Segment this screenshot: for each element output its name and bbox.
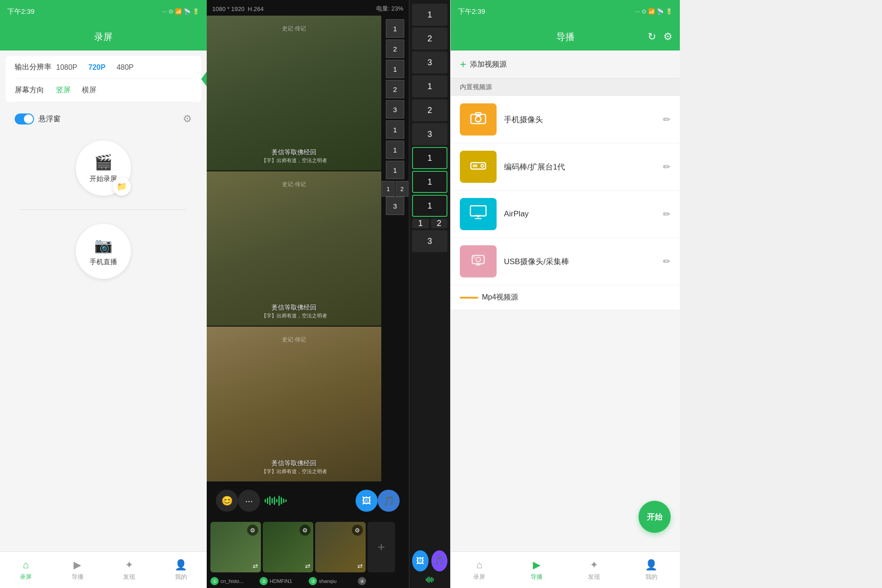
nav-luping[interactable]: ⌂ 录屏 bbox=[0, 559, 52, 581]
nav-play-icon-1: ▶ bbox=[74, 559, 81, 571]
float-toggle[interactable]: 悬浮窗 bbox=[15, 113, 61, 124]
nav-mine-4[interactable]: 👤 我的 bbox=[622, 559, 680, 581]
nav-discover-icon-4: ✦ bbox=[590, 559, 598, 571]
face-btn[interactable]: 😊 bbox=[216, 490, 238, 512]
settings-icon[interactable] bbox=[663, 31, 673, 43]
matrix-3[interactable]: 3 bbox=[412, 51, 447, 74]
matrix-8-active[interactable]: 1 bbox=[412, 171, 447, 193]
bottom-nav-1: ⌂ 录屏 ▶ 导播 ✦ 发现 👤 我的 bbox=[0, 551, 207, 588]
nav-daobo-1[interactable]: ▶ 导播 bbox=[52, 559, 104, 581]
svg-rect-6 bbox=[470, 206, 486, 216]
ellipsis-icon-4: ··· bbox=[635, 8, 640, 15]
orientation-options[interactable]: 竖屏 横屏 bbox=[56, 85, 96, 95]
editor-topbar: 1080 * 1920 H.264 电量: 23% bbox=[207, 0, 409, 16]
toolbar-num-pair: 1 2 bbox=[382, 181, 408, 197]
toolbar-num-5[interactable]: 3 bbox=[386, 100, 404, 119]
nav-daobo-4[interactable]: ▶ 导播 bbox=[508, 559, 565, 581]
toolbar-num-9[interactable]: 3 bbox=[386, 197, 404, 215]
thumb-gear-3[interactable]: ⚙ bbox=[352, 525, 363, 536]
toolbar-num-2[interactable]: 2 bbox=[386, 40, 404, 58]
thumb-1[interactable]: ⚙ ⇄ bbox=[210, 522, 261, 572]
orientation-row: 屏幕方向 竖屏 横屏 bbox=[15, 79, 192, 102]
matrix-1[interactable]: 1 bbox=[412, 4, 447, 26]
matrix-pair-1[interactable]: 1 bbox=[412, 219, 429, 228]
toolbar-num-pair-1[interactable]: 1 bbox=[382, 181, 395, 197]
video-segment-2: 史记·传记 蒉信等取佛经回 【字】出师有道，空法之明者 bbox=[207, 171, 381, 327]
audio-btn[interactable]: 🎵 bbox=[378, 490, 400, 512]
start-record-button[interactable]: 🎬 开始录屏 📁 bbox=[76, 141, 131, 196]
thumb-2[interactable]: ⚙ ⇄ bbox=[263, 522, 313, 572]
matrix-6[interactable]: 3 bbox=[412, 123, 447, 145]
toolbar-num-pair-2[interactable]: 2 bbox=[396, 181, 408, 197]
matrix-gallery-btn[interactable]: 🖼 bbox=[412, 550, 429, 571]
matrix-9-active[interactable]: 1 bbox=[412, 195, 447, 217]
matrix-pair-bottom: 1 2 bbox=[412, 219, 447, 228]
toolbar-num-8[interactable]: 1 bbox=[386, 161, 404, 179]
res-720p[interactable]: 720P bbox=[88, 63, 105, 72]
gallery-btn[interactable]: 🖼 bbox=[356, 490, 378, 512]
panel-editor: 1080 * 1920 H.264 电量: 23% 史记·传记 蒉信等取佛经回 … bbox=[207, 0, 409, 588]
overlay-sub-1: 【字】出师有道，空法之明者 bbox=[261, 157, 327, 164]
matrix-audio-btn[interactable]: 🎵 bbox=[431, 550, 448, 571]
more-btn[interactable]: ··· bbox=[238, 490, 260, 512]
matrix-4[interactable]: 1 bbox=[412, 75, 447, 97]
nav-faxian-4[interactable]: ✦ 发现 bbox=[565, 559, 623, 581]
source-name-usb: USB摄像头/采集棒 bbox=[504, 256, 663, 267]
wifi-icon-4: 📡 bbox=[657, 8, 664, 15]
overlay-text-1: 蒉信等取佛经回 bbox=[271, 148, 317, 157]
res-1080p[interactable]: 1080P bbox=[56, 63, 77, 72]
panel-matrix: 1 2 3 1 2 3 1 1 1 1 2 3 🖼 🎵 bbox=[409, 0, 450, 588]
editor-resolution: 1080 * 1920 H.264 bbox=[212, 6, 264, 12]
ellipsis-icon: ··· bbox=[162, 8, 167, 15]
start-label: 开始 bbox=[647, 512, 662, 522]
thumb-3[interactable]: ⚙ ⇄ bbox=[315, 522, 366, 572]
thumb-add[interactable]: + bbox=[368, 522, 395, 572]
thumb-gear-1[interactable]: ⚙ bbox=[247, 525, 258, 536]
nav-person-icon-4: 👤 bbox=[645, 559, 657, 571]
orient-landscape[interactable]: 横屏 bbox=[82, 85, 96, 95]
orient-portrait[interactable]: 竖屏 bbox=[56, 85, 71, 95]
matrix-5[interactable]: 2 bbox=[412, 99, 447, 121]
toolbar-num-1[interactable]: 1 bbox=[386, 19, 404, 38]
nav-luping-4[interactable]: ⌂ 录屏 bbox=[451, 559, 508, 581]
add-source-btn[interactable]: + 添加视频源 bbox=[451, 51, 680, 79]
float-settings-icon[interactable] bbox=[183, 113, 192, 125]
luping-title: 录屏 bbox=[94, 31, 113, 43]
thumb-arrows-3: ⇄ bbox=[357, 562, 363, 570]
phone-live-button[interactable]: 📷 手机直播 bbox=[76, 224, 131, 279]
source-item-encoder[interactable]: 编码棒/扩展台1代 bbox=[451, 143, 680, 191]
thumb-badge-2: ② bbox=[260, 577, 268, 585]
matrix-2[interactable]: 2 bbox=[412, 28, 447, 50]
nav-mine-1[interactable]: 👤 我的 bbox=[155, 559, 207, 581]
toolbar-num-6[interactable]: 1 bbox=[386, 120, 404, 139]
start-button[interactable]: 开始 bbox=[639, 501, 671, 533]
float-bar: 悬浮窗 bbox=[6, 107, 201, 131]
status-bar-4: 下午2:39 ··· ⊙ 📶 📡 🔋 bbox=[451, 0, 680, 23]
nav-faxian-1[interactable]: ✦ 发现 bbox=[103, 559, 155, 581]
overlay-sub-3: 【字】出师有道，空法之明者 bbox=[261, 468, 327, 475]
source-item-usb[interactable]: USB摄像头/采集棒 bbox=[451, 238, 680, 285]
thumb-arrows-2: ⇄ bbox=[305, 562, 311, 570]
refresh-icon[interactable] bbox=[648, 31, 656, 43]
toolbar-num-7[interactable]: 1 bbox=[386, 141, 404, 159]
toolbar-num-4[interactable]: 2 bbox=[386, 80, 404, 98]
edit-usb[interactable] bbox=[663, 256, 671, 267]
matrix-last[interactable]: 3 bbox=[412, 230, 447, 252]
video-segment-1: 史记·传记 蒉信等取佛经回 【字】出师有道，空法之明者 bbox=[207, 16, 381, 171]
source-item-camera[interactable]: 手机摄像头 bbox=[451, 96, 680, 143]
thumb-gear-2[interactable]: ⚙ bbox=[300, 525, 311, 536]
edit-airplay[interactable] bbox=[663, 209, 671, 220]
matrix-7-active[interactable]: 1 bbox=[412, 147, 447, 169]
float-switch[interactable] bbox=[15, 113, 34, 124]
edit-encoder[interactable] bbox=[663, 161, 671, 172]
edit-camera[interactable] bbox=[663, 114, 671, 125]
resolution-options[interactable]: 1080P 720P 480P bbox=[56, 63, 134, 72]
source-item-airplay[interactable]: AirPlay bbox=[451, 191, 680, 238]
clock-icon-4: ⊙ bbox=[642, 8, 646, 15]
res-480p[interactable]: 480P bbox=[117, 63, 134, 72]
video-bottom-controls: 😊 ··· 🖼 🎵 bbox=[207, 482, 409, 519]
toolbar-num-3[interactable]: 1 bbox=[386, 60, 404, 78]
matrix-pair-2[interactable]: 2 bbox=[431, 219, 448, 228]
svg-point-5 bbox=[481, 164, 484, 167]
editor-battery: 电量: 23% bbox=[376, 5, 403, 13]
